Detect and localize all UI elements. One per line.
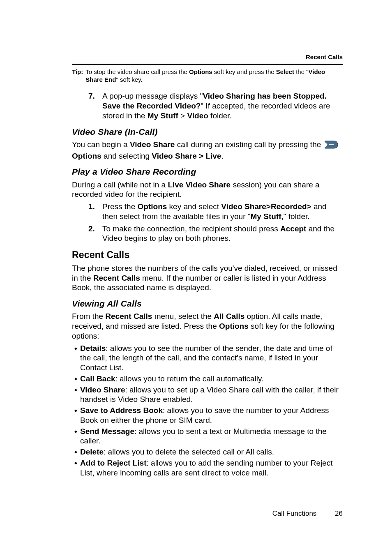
list-item: • Send Message: allows you to sent a tex… (72, 427, 343, 446)
bullet-text: Call Back: allows you to return the call… (80, 374, 343, 384)
bullet-text: Details: allows you to see the number of… (80, 344, 343, 373)
bullet-dot: • (74, 385, 80, 405)
rule-tip-bottom (72, 87, 343, 87)
step-number: 1. (88, 202, 102, 221)
page-number: 26 (335, 509, 343, 518)
step-text: Press the Options key and select Video S… (102, 202, 343, 221)
page: Recent Calls Tip: To stop the video shar… (0, 0, 392, 549)
svg-rect-0 (329, 144, 334, 145)
bullet-dot: • (74, 458, 80, 478)
bullet-dot: • (74, 427, 80, 446)
heading-play-recording: Play a Video Share Recording (72, 166, 343, 177)
tip-label: Tip: (72, 68, 83, 84)
list-item: • Save to Address Book: allows you to sa… (72, 406, 343, 425)
step-number: 2. (88, 224, 102, 244)
bullet-dot: • (74, 447, 80, 457)
step-7: 7. A pop-up message displays "Video Shar… (88, 91, 343, 120)
list-item: • Call Back: allows you to return the ca… (72, 374, 343, 384)
bullet-text: Add to Reject List: allows you to add th… (80, 458, 343, 478)
running-header: Recent Calls (72, 53, 343, 61)
tip-text: To stop the video share call press the O… (85, 68, 343, 84)
heading-video-share-in-call: Video Share (In-Call) (72, 127, 343, 137)
page-footer: Call Functions 26 (272, 509, 343, 518)
options-bullet-list: • Details: allows you to see the number … (72, 344, 343, 478)
step-number: 7. (88, 91, 102, 120)
paragraph-vs-incall: You can begin a Video Share call during … (72, 140, 343, 161)
paragraph-viewall-intro: From the Recent Calls menu, select the A… (72, 311, 343, 341)
heading-recent-calls: Recent Calls (72, 249, 343, 261)
footer-section: Call Functions (272, 510, 317, 517)
heading-viewing-all-calls: Viewing All Calls (72, 298, 343, 309)
bullet-dot: • (74, 344, 80, 373)
bullet-text: Delete: allows you to delete the selecte… (80, 447, 343, 457)
paragraph-recent-intro: The phone stores the numbers of the call… (72, 263, 343, 293)
play-step-2: 2. To make the connection, the recipient… (88, 224, 343, 244)
list-item: • Video Share: allows you to set up a Vi… (72, 385, 343, 405)
bullet-dot: • (74, 374, 80, 384)
bullet-text: Send Message: allows you to sent a text … (80, 427, 343, 446)
paragraph-play-intro: During a call (while not in a Live Video… (72, 180, 343, 200)
list-item: • Delete: allows you to delete the selec… (72, 447, 343, 457)
step-text: A pop-up message displays "Video Sharing… (102, 91, 343, 120)
bullet-dot: • (74, 406, 80, 425)
tip-block: Tip: To stop the video share call press … (72, 68, 343, 84)
step-text: To make the connection, the recipient sh… (102, 224, 343, 244)
options-softkey-icon (324, 141, 338, 151)
play-step-1: 1. Press the Options key and select Vide… (88, 202, 343, 221)
bullet-text: Video Share: allows you to set up a Vide… (80, 385, 343, 405)
bullet-text: Save to Address Book: allows you to save… (80, 406, 343, 425)
rule-top (72, 64, 343, 65)
list-item: • Add to Reject List: allows you to add … (72, 458, 343, 478)
list-item: • Details: allows you to see the number … (72, 344, 343, 373)
